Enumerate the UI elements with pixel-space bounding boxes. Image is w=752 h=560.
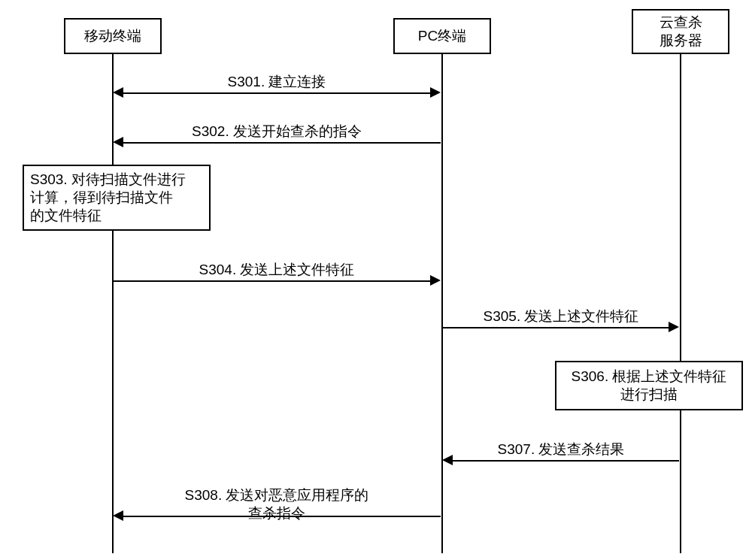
arrowhead-s301-left — [113, 87, 123, 98]
arrow-s304 — [113, 280, 431, 282]
label-s308: S308. 发送对恶意应用程序的 查杀指令 — [185, 486, 369, 522]
arrow-s307 — [452, 460, 679, 462]
label-s307: S307. 发送查杀结果 — [498, 440, 625, 459]
arrow-s302 — [123, 142, 441, 144]
label-s304: S304. 发送上述文件特征 — [199, 261, 355, 279]
sequence-diagram: 移动终端 PC终端 云查杀 服务器 S301. 建立连接 S302. 发送开始查… — [0, 0, 752, 560]
action-s303: S303. 对待扫描文件进行 计算，得到待扫描文件 的文件特征 — [23, 165, 211, 231]
lifeline-mobile — [112, 54, 114, 553]
label-s305: S305. 发送上述文件特征 — [484, 307, 639, 325]
label-s301: S301. 建立连接 — [228, 73, 326, 91]
lifeline-cloud — [680, 54, 681, 553]
label-s306: S306. 根据上述文件特征 进行扫描 — [572, 368, 727, 404]
arrowhead-s304 — [430, 275, 441, 286]
arrow-s305 — [442, 327, 669, 328]
action-s306: S306. 根据上述文件特征 进行扫描 — [555, 361, 743, 410]
label-s302: S302. 发送开始查杀的指令 — [192, 123, 362, 141]
arrow-s301 — [123, 92, 431, 94]
lifeline-pc — [441, 54, 443, 553]
label-s303: S303. 对待扫描文件进行 计算，得到待扫描文件 的文件特征 — [30, 171, 186, 224]
arrowhead-s307 — [442, 455, 453, 465]
participant-mobile-label: 移动终端 — [84, 27, 141, 45]
participant-mobile: 移动终端 — [64, 18, 162, 54]
arrowhead-s308 — [113, 510, 123, 521]
arrowhead-s302 — [113, 137, 123, 147]
participant-cloud: 云查杀 服务器 — [632, 9, 729, 54]
arrowhead-s301-right — [430, 87, 441, 98]
participant-pc: PC终端 — [393, 18, 491, 54]
participant-cloud-label: 云查杀 服务器 — [660, 14, 702, 50]
participant-pc-label: PC终端 — [418, 27, 466, 45]
arrowhead-s305 — [669, 322, 679, 332]
